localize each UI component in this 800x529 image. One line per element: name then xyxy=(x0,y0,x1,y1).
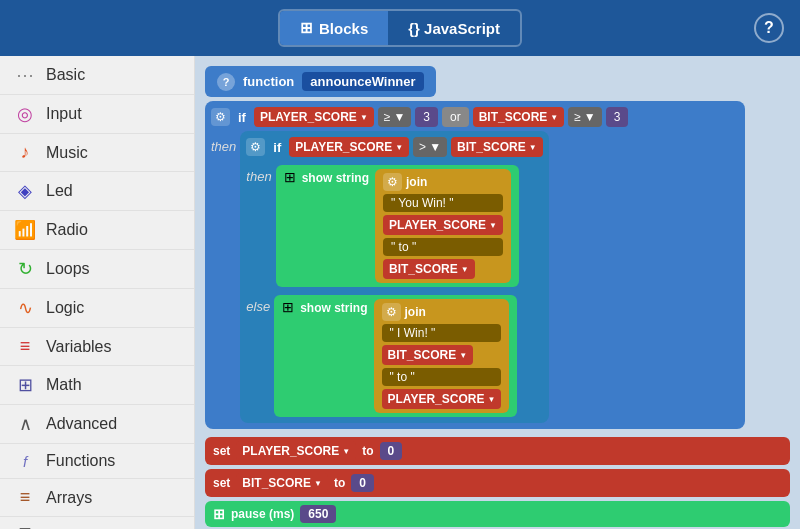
set-player-score-block[interactable]: set PLAYER_SCORE ▼ to 0 xyxy=(205,437,790,465)
then-label: then xyxy=(211,131,236,154)
player-score-label-4: PLAYER_SCORE xyxy=(388,392,485,406)
bit-score-pill-3[interactable]: BIT_SCORE ▼ xyxy=(383,259,475,279)
inner-if-block[interactable]: ⚙ if PLAYER_SCORE ▼ > ▼ BIT_SCO xyxy=(240,131,548,423)
music-icon: ♪ xyxy=(14,142,36,163)
value-3a-pill[interactable]: 3 xyxy=(415,107,438,127)
outer-if-block[interactable]: ⚙ if PLAYER_SCORE ▼ ≥ ▼ 3 or xyxy=(205,101,745,429)
to-label-pill-1[interactable]: " to " xyxy=(383,238,503,256)
function-name-label: announceWinner xyxy=(310,74,415,89)
join-gear-1[interactable]: ⚙ xyxy=(383,173,402,191)
sidebar: ⋯ Basic ◎ Input ♪ Music ◈ Led 📶 Radio ↻ … xyxy=(0,56,195,529)
value-3b-pill[interactable]: 3 xyxy=(606,107,629,127)
inner-then-container: then ⊞ show string ⚙ join xyxy=(246,161,542,287)
bit-score-tri-3: ▼ xyxy=(461,265,469,274)
sidebar-label-functions: Functions xyxy=(46,452,115,470)
bit-score-pill-1[interactable]: BIT_SCORE ▼ xyxy=(473,107,565,127)
bit-score-set-pill[interactable]: BIT_SCORE ▼ xyxy=(236,473,328,493)
sidebar-item-functions[interactable]: f Functions xyxy=(0,444,194,479)
sidebar-item-basic[interactable]: ⋯ Basic xyxy=(0,56,194,95)
value-0b-label: 0 xyxy=(359,476,366,490)
gte-op-label-1: ≥ xyxy=(384,110,391,124)
to-label-set-1: to xyxy=(362,444,373,458)
i-win-label: " I Win! " xyxy=(390,326,436,340)
you-win-pill[interactable]: " You Win! " xyxy=(383,194,503,212)
sidebar-label-input: Input xyxy=(46,105,82,123)
player-score-tri-4: ▼ xyxy=(487,395,495,404)
sidebar-item-text[interactable]: T Text xyxy=(0,517,194,529)
or-pill: or xyxy=(442,107,469,127)
zero-pill-2[interactable]: 0 xyxy=(351,474,374,492)
function-header-block[interactable]: ? function announceWinner xyxy=(205,66,436,97)
inner-gear-icon[interactable]: ⚙ xyxy=(246,138,265,156)
sidebar-item-led[interactable]: ◈ Led xyxy=(0,172,194,211)
player-score-pill-3[interactable]: PLAYER_SCORE ▼ xyxy=(383,215,503,235)
player-score-tri-1: ▼ xyxy=(360,113,368,122)
gt-op-pill[interactable]: > ▼ xyxy=(413,137,447,157)
zero-pill-1[interactable]: 0 xyxy=(380,442,403,460)
gte-op-pill-2[interactable]: ≥ ▼ xyxy=(568,107,601,127)
sidebar-label-music: Music xyxy=(46,144,88,162)
player-score-set-label: PLAYER_SCORE xyxy=(242,444,339,458)
player-score-label-1: PLAYER_SCORE xyxy=(260,110,357,124)
sidebar-label-advanced: Advanced xyxy=(46,415,117,433)
i-win-pill[interactable]: " I Win! " xyxy=(382,324,502,342)
blocks-icon: ⊞ xyxy=(300,19,313,37)
sidebar-item-advanced[interactable]: ∧ Advanced xyxy=(0,405,194,444)
help-button[interactable]: ? xyxy=(754,13,784,43)
function-keyword: function xyxy=(243,74,294,89)
text-icon: T xyxy=(14,525,36,529)
gte-op-pill-1[interactable]: ≥ ▼ xyxy=(378,107,411,127)
set-bit-score-block[interactable]: set BIT_SCORE ▼ to 0 xyxy=(205,469,790,497)
sidebar-item-radio[interactable]: 📶 Radio xyxy=(0,211,194,250)
sidebar-item-loops[interactable]: ↻ Loops xyxy=(0,250,194,289)
outer-gear-icon[interactable]: ⚙ xyxy=(211,108,230,126)
block-canvas[interactable]: ? function announceWinner ⚙ if PLAYER_SC… xyxy=(195,56,800,529)
show-string-block-1[interactable]: ⊞ show string ⚙ join " You Win! " xyxy=(276,165,519,287)
player-score-set-pill[interactable]: PLAYER_SCORE ▼ xyxy=(236,441,356,461)
to-label-pill-2[interactable]: " to " xyxy=(382,368,502,386)
sidebar-item-variables[interactable]: ≡ Variables xyxy=(0,328,194,366)
main-area: ⋯ Basic ◎ Input ♪ Music ◈ Led 📶 Radio ↻ … xyxy=(0,56,800,529)
gt-tri: ▼ xyxy=(429,140,441,154)
join-gear-2[interactable]: ⚙ xyxy=(382,303,401,321)
inner-else-container: else ⊞ show string ⚙ join xyxy=(246,291,542,417)
variables-icon: ≡ xyxy=(14,336,36,357)
player-score-pill-1[interactable]: PLAYER_SCORE ▼ xyxy=(254,107,374,127)
gte-tri-1: ▼ xyxy=(393,110,405,124)
arrays-icon: ≡ xyxy=(14,487,36,508)
sidebar-item-arrays[interactable]: ≡ Arrays xyxy=(0,479,194,517)
bit-score-tri-4: ▼ xyxy=(459,351,467,360)
join-header-2: ⚙ join xyxy=(382,303,502,321)
sidebar-label-logic: Logic xyxy=(46,299,84,317)
show-string-block-2[interactable]: ⊞ show string ⚙ join " I Win! " xyxy=(274,295,517,417)
bottom-blocks: set PLAYER_SCORE ▼ to 0 set BIT_SCORE ▼ xyxy=(205,437,790,529)
player-score-pill-2[interactable]: PLAYER_SCORE ▼ xyxy=(289,137,409,157)
player-score-tri-2: ▼ xyxy=(395,143,403,152)
sidebar-item-logic[interactable]: ∿ Logic xyxy=(0,289,194,328)
player-score-label-3: PLAYER_SCORE xyxy=(389,218,486,232)
player-score-tri-3: ▼ xyxy=(489,221,497,230)
join-block-2[interactable]: ⚙ join " I Win! " BIT_SCORE ▼ xyxy=(374,299,510,413)
function-help-circle: ? xyxy=(217,73,235,91)
sidebar-label-math: Math xyxy=(46,376,82,394)
sidebar-item-math[interactable]: ⊞ Math xyxy=(0,366,194,405)
tab-blocks[interactable]: ⊞ Blocks xyxy=(280,11,388,45)
bit-score-pill-4[interactable]: BIT_SCORE ▼ xyxy=(382,345,474,365)
sidebar-item-input[interactable]: ◎ Input xyxy=(0,95,194,134)
pause-value-pill[interactable]: 650 xyxy=(300,505,336,523)
pause-block[interactable]: ⊞ pause (ms) 650 xyxy=(205,501,790,527)
value-0a-label: 0 xyxy=(388,444,395,458)
gte-tri-2: ▼ xyxy=(584,110,596,124)
gte-op-label-2: ≥ xyxy=(574,110,581,124)
bit-score-pill-2[interactable]: BIT_SCORE ▼ xyxy=(451,137,543,157)
logic-icon: ∿ xyxy=(14,297,36,319)
player-score-pill-4[interactable]: PLAYER_SCORE ▼ xyxy=(382,389,502,409)
else-label: else xyxy=(246,291,270,314)
tab-javascript[interactable]: {} JavaScript xyxy=(388,11,520,45)
sidebar-item-music[interactable]: ♪ Music xyxy=(0,134,194,172)
join-label-2: join xyxy=(405,305,426,319)
function-name-pill[interactable]: announceWinner xyxy=(302,72,423,91)
sidebar-label-loops: Loops xyxy=(46,260,90,278)
join-block-1[interactable]: ⚙ join " You Win! " PLAYER_SCORE ▼ xyxy=(375,169,511,283)
loops-icon: ↻ xyxy=(14,258,36,280)
